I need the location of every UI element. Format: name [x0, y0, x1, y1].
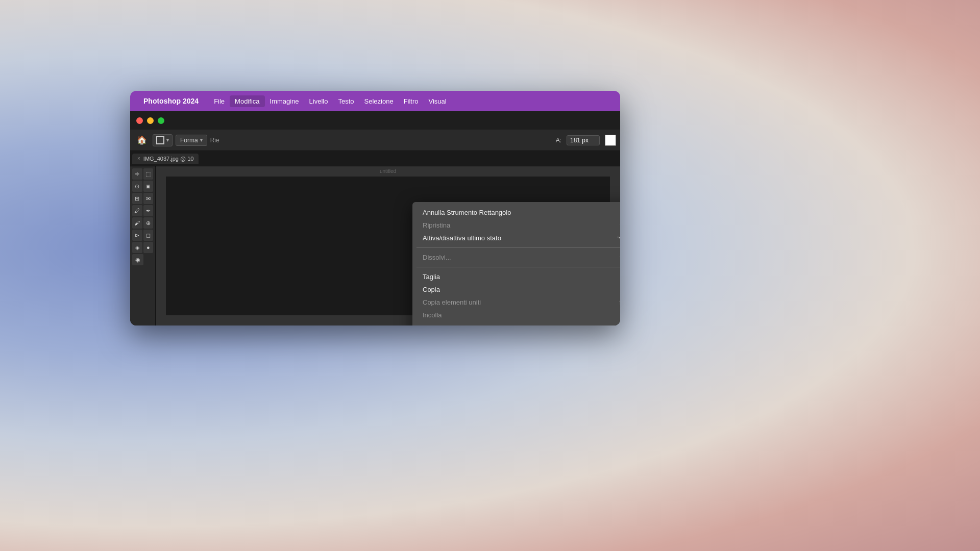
titlebar: Photoshop 2024 File Modifica Immagine Li…	[130, 91, 620, 111]
tool-row-1: ✛ ⬚	[132, 168, 153, 180]
menu-section-2: Dissolvi... ⇧ ⌘ F	[412, 250, 620, 265]
tab-img4037[interactable]: × IMG_4037.jpg @ 10	[132, 154, 199, 164]
tool-row-5: 🖌 ⊕	[132, 217, 153, 229]
ripristina-shortcut: ⇧ ⌘ Z	[619, 222, 620, 229]
tab-label: IMG_4037.jpg @ 10	[143, 156, 194, 162]
dissolvi-shortcut: ⇧ ⌘ F	[619, 254, 620, 261]
quick-select-tool[interactable]: ▣	[143, 181, 154, 192]
menu-immagine[interactable]: Immagine	[265, 95, 304, 107]
menu-dissolvi: Dissolvi... ⇧ ⌘ F	[414, 251, 620, 264]
a-label: A:	[556, 137, 561, 144]
menu-file[interactable]: File	[209, 95, 230, 107]
blur-tool[interactable]: ◉	[132, 254, 143, 265]
left-toolbar: ✛ ⬚ ⊙ ▣ ⊞ ✉ 🖊 ✒ 🖌 ⊕ ⊳ ◻	[130, 166, 156, 325]
dropper-tool[interactable]: ●	[143, 242, 154, 253]
copia-uniti-shortcut: ⇧ ⌘ C	[618, 299, 620, 306]
heal-tool[interactable]: ✒	[143, 205, 154, 216]
menu-section-1: Annulla Strumento Rettangolo ⌘ Z Riprist…	[412, 205, 620, 245]
tab-close-icon[interactable]: ×	[137, 156, 140, 161]
menu-incolla-speciale: Incolla speciale ›	[414, 321, 620, 325]
shape-selector[interactable]: ▾	[153, 134, 173, 146]
attiva-label: Attiva/disattiva ultimo stato	[423, 234, 501, 242]
forma-arrow-icon: ▾	[200, 137, 203, 143]
eraser-tool[interactable]: ◻	[143, 230, 154, 241]
incolla-label: Incolla	[423, 311, 442, 319]
menu-annulla[interactable]: Annulla Strumento Rettangolo ⌘ Z	[414, 206, 620, 219]
fullscreen-button[interactable]	[158, 117, 164, 124]
menu-selezione[interactable]: Selezione	[359, 95, 399, 107]
tool-row-8: ◉	[132, 254, 153, 265]
app-window: Photoshop 2024 File Modifica Immagine Li…	[130, 91, 620, 325]
toolbar-right: A: 181 px	[556, 135, 616, 146]
taglia-label: Taglia	[423, 273, 440, 281]
ripristina-label: Ripristina	[423, 221, 450, 229]
menu-taglia[interactable]: Taglia ⌘ X	[414, 270, 620, 283]
copia-label: Copia	[423, 286, 440, 293]
select-tool[interactable]: ⬚	[143, 168, 154, 180]
minimize-button[interactable]	[147, 117, 154, 124]
tool-row-4: 🖊 ✒	[132, 205, 153, 216]
riem-label: Rie	[210, 137, 219, 144]
close-button[interactable]	[136, 117, 143, 124]
crop-tool[interactable]: ⊞	[132, 193, 142, 204]
menu-testo[interactable]: Testo	[333, 95, 359, 107]
window-controls-row	[130, 111, 620, 130]
menu-incolla: Incolla ⌘ V	[414, 309, 620, 321]
toolbar: 🏠 ▾ Forma ▾ Rie A: 181 px	[130, 130, 620, 151]
menu-ripristina: Ripristina ⇧ ⌘ Z	[414, 219, 620, 232]
menu-attiva[interactable]: Attiva/disattiva ultimo stato ⌥ ⌘ Z	[414, 232, 620, 244]
separator-1	[416, 247, 620, 248]
menu-livello[interactable]: Livello	[304, 95, 333, 107]
menubar: File Modifica Immagine Livello Testo Sel…	[209, 95, 614, 107]
tool-row-2: ⊙ ▣	[132, 181, 153, 192]
modifica-dropdown: Annulla Strumento Rettangolo ⌘ Z Riprist…	[412, 202, 620, 325]
tab-bar: × IMG_4037.jpg @ 10	[130, 151, 620, 166]
forma-dropdown[interactable]: Forma ▾	[176, 135, 207, 146]
menu-section-3: Taglia ⌘ X Copia ⌘ C Copia elementi unit…	[412, 269, 620, 325]
menu-filtro[interactable]: Filtro	[399, 95, 424, 107]
brush-tool[interactable]: 🖌	[132, 217, 142, 229]
app-title: Photoshop 2024	[143, 97, 199, 105]
incolla-speciale-label: Incolla speciale	[423, 324, 468, 325]
menu-copia[interactable]: Copia ⌘ C	[414, 283, 620, 296]
menu-modifica[interactable]: Modifica	[230, 95, 264, 107]
attiva-shortcut: ⌥ ⌘ Z	[617, 235, 620, 242]
copia-uniti-label: Copia elementi uniti	[423, 298, 481, 306]
dissolvi-label: Dissolvi...	[423, 254, 451, 261]
forma-label: Forma	[180, 137, 198, 144]
color-picker[interactable]	[605, 135, 616, 146]
menu-copia-uniti: Copia elementi uniti ⇧ ⌘ C	[414, 296, 620, 309]
tool-row-6: ⊳ ◻	[132, 230, 153, 241]
fill-tool[interactable]: ◈	[132, 242, 142, 253]
eyedropper-tool[interactable]: 🖊	[132, 205, 142, 216]
canvas-label: untitled	[380, 168, 396, 174]
lasso-tool[interactable]: ⊙	[132, 181, 142, 192]
tool-row-3: ⊞ ✉	[132, 193, 153, 204]
home-button[interactable]: 🏠	[134, 133, 150, 147]
move-tool[interactable]: ✛	[132, 168, 142, 180]
stamp-tool[interactable]: ⊕	[143, 217, 154, 229]
measure-tool[interactable]: ✉	[143, 193, 154, 204]
a-value-input[interactable]: 181 px	[567, 135, 600, 145]
tool-row-7: ◈ ●	[132, 242, 153, 253]
separator-2	[416, 267, 620, 267]
shape-dropdown-arrow-icon: ▾	[166, 137, 169, 143]
history-brush-tool[interactable]: ⊳	[132, 230, 142, 241]
menu-visual[interactable]: Visual	[424, 95, 452, 107]
shape-rect-icon	[156, 136, 164, 144]
annulla-label: Annulla Strumento Rettangolo	[423, 209, 511, 216]
